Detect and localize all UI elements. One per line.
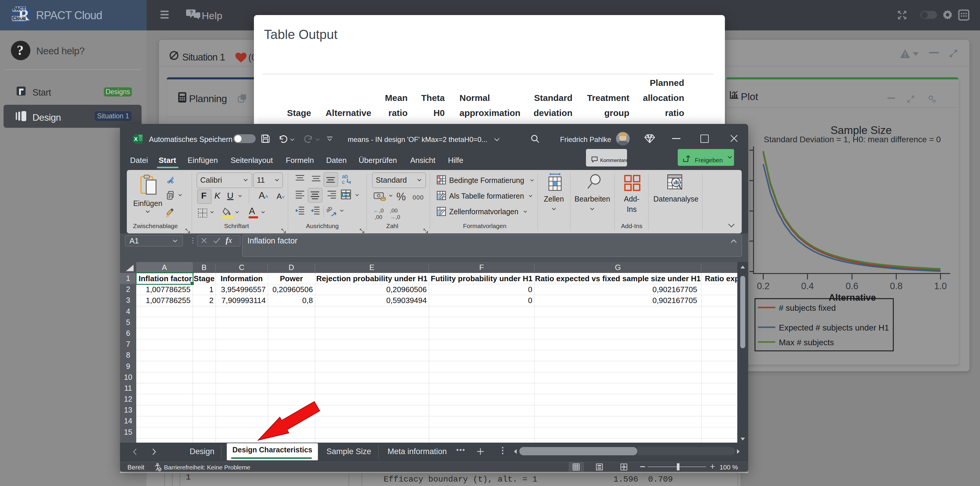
svg-text:ab: ab bbox=[326, 206, 333, 214]
svg-text:c: c bbox=[342, 179, 344, 185]
svg-text:0.4: 0.4 bbox=[801, 281, 814, 291]
svg-text:?: ? bbox=[189, 10, 193, 16]
svg-text:# subjects fixed: # subjects fixed bbox=[779, 303, 836, 312]
svg-text:X: X bbox=[134, 136, 138, 142]
svg-text:Alternative: Alternative bbox=[829, 292, 876, 303]
svg-text:Max # subjects: Max # subjects bbox=[779, 338, 834, 347]
svg-text:1.0: 1.0 bbox=[934, 281, 947, 291]
svg-text:Expected # subjects under H1: Expected # subjects under H1 bbox=[779, 323, 889, 332]
svg-text:0.6: 0.6 bbox=[846, 281, 858, 291]
svg-text:0.2: 0.2 bbox=[757, 281, 770, 291]
svg-text:0.8: 0.8 bbox=[890, 281, 902, 291]
